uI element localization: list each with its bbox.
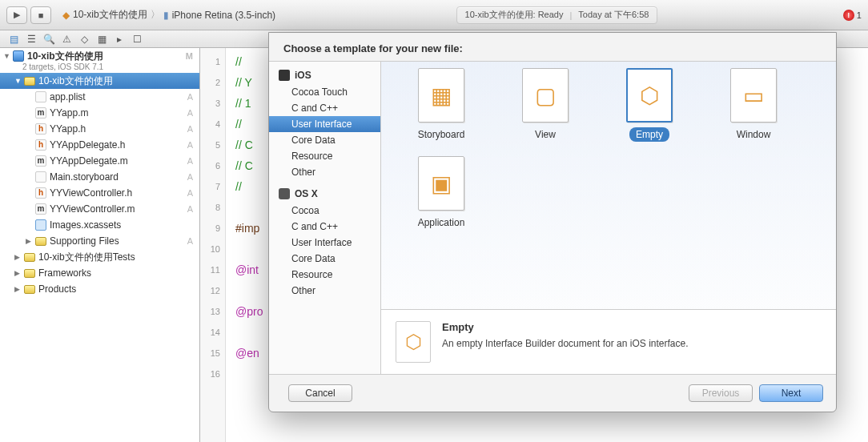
folder-icon xyxy=(24,253,35,262)
scm-status: A xyxy=(187,124,193,134)
scheme-name: 10-xib文件的使用 xyxy=(73,8,147,22)
cancel-button[interactable]: Cancel xyxy=(288,384,352,402)
template-item[interactable]: ⬡Empty xyxy=(597,65,701,153)
file-name: Main.storyboard xyxy=(50,171,119,183)
project-navigator-icon[interactable]: ▤ xyxy=(5,34,22,45)
file-icon xyxy=(35,91,46,102)
file-row[interactable]: mYYapp.mA xyxy=(0,105,199,121)
project-navigator: ▼ 10-xib文件的使用 M 2 targets, iOS SDK 7.1 ▼… xyxy=(0,48,200,442)
run-button[interactable]: ▶ xyxy=(6,6,27,24)
file-row[interactable]: hYYViewController.hA xyxy=(0,185,199,201)
folder-icon xyxy=(35,237,46,246)
group-row[interactable]: ▼ 10-xib文件的使用 xyxy=(0,73,199,89)
category-item[interactable]: Other xyxy=(269,164,380,180)
scm-status: A xyxy=(187,140,193,150)
scm-status: A xyxy=(187,188,193,198)
debug-navigator-icon[interactable]: ▦ xyxy=(93,34,111,45)
folder-icon xyxy=(24,285,35,294)
template-item[interactable]: ▢View xyxy=(493,65,597,153)
group-row[interactable]: ▶Products xyxy=(0,281,199,297)
xcode-project-icon xyxy=(13,50,24,62)
main-toolbar: ▶ ■ ◆ 10-xib文件的使用 〉 ▮ iPhone Retina (3.5… xyxy=(0,0,868,30)
group-name: Supporting Files xyxy=(50,235,119,247)
template-label: Storyboard xyxy=(412,127,472,142)
report-navigator-icon[interactable]: ☐ xyxy=(128,34,146,45)
category-item[interactable]: User Interface xyxy=(269,116,380,132)
scm-status: A xyxy=(187,236,193,246)
symbol-navigator-icon[interactable]: ☰ xyxy=(22,34,40,45)
app-icon: ◆ xyxy=(62,10,70,21)
template-grid: ▦Storyboard▢View⬡Empty▭Window▣Applicatio… xyxy=(381,62,836,310)
disclosure-triangle-icon[interactable]: ▶ xyxy=(26,237,35,245)
disclosure-triangle-icon[interactable]: ▶ xyxy=(14,285,24,293)
template-label: Empty xyxy=(629,127,669,142)
file-row[interactable]: app.plistA xyxy=(0,89,199,105)
disclosure-triangle-icon[interactable]: ▶ xyxy=(14,253,24,261)
issue-indicator[interactable]: ! 1 xyxy=(843,10,862,21)
disclosure-triangle-icon[interactable]: ▼ xyxy=(3,52,13,60)
previous-button[interactable]: Previous xyxy=(689,384,753,402)
file-icon: h xyxy=(35,123,46,135)
template-item[interactable]: ▣Application xyxy=(389,153,493,241)
disclosure-triangle-icon[interactable]: ▼ xyxy=(14,77,24,85)
group-row[interactable]: ▶10-xib文件的使用Tests xyxy=(0,249,199,265)
category-item[interactable]: Resource xyxy=(269,267,380,283)
project-root[interactable]: ▼ 10-xib文件的使用 M xyxy=(0,48,199,64)
osx-icon xyxy=(279,188,290,199)
file-name: YYViewController.h xyxy=(50,187,132,199)
breakpoint-navigator-icon[interactable]: ▸ xyxy=(111,34,128,45)
file-row[interactable]: hYYAppDelegate.hA xyxy=(0,137,199,153)
stop-button[interactable]: ■ xyxy=(30,6,51,24)
find-navigator-icon[interactable]: 🔍 xyxy=(40,34,58,45)
file-name: YYViewController.m xyxy=(50,203,135,215)
project-name: 10-xib文件的使用 xyxy=(27,50,103,63)
file-icon xyxy=(35,171,46,183)
template-item[interactable]: ▭Window xyxy=(701,65,806,153)
file-row[interactable]: Main.storyboardA xyxy=(0,169,199,185)
group-row[interactable]: ▶Frameworks xyxy=(0,265,199,281)
category-item[interactable]: Cocoa Touch xyxy=(269,84,380,100)
file-icon xyxy=(35,219,46,231)
next-button[interactable]: Next xyxy=(759,384,823,402)
device-name: iPhone Retina (3.5-inch) xyxy=(172,10,275,21)
test-navigator-icon[interactable]: ◇ xyxy=(75,34,93,45)
template-label: View xyxy=(528,127,562,142)
scm-status: M xyxy=(186,51,193,61)
scm-status: A xyxy=(187,204,193,214)
osx-section-header: OS X xyxy=(269,185,380,203)
file-name: YYapp.h xyxy=(50,123,86,135)
status-right: Today at 下午6:58 xyxy=(578,9,649,21)
group-row[interactable]: ▶Supporting FilesA xyxy=(0,233,199,249)
disclosure-triangle-icon[interactable]: ▶ xyxy=(14,269,24,277)
ios-icon xyxy=(279,70,290,81)
file-icon: m xyxy=(35,107,46,119)
file-name: Images.xcassets xyxy=(50,219,121,231)
category-item[interactable]: Resource xyxy=(269,148,380,164)
code-area[interactable]: //// Y// 1//// C// C// #imp @int @pro @e… xyxy=(226,48,263,442)
sheet-footer: Cancel Previous Next xyxy=(269,375,836,412)
category-item[interactable]: C and C++ xyxy=(269,219,380,235)
file-row[interactable]: Images.xcassets xyxy=(0,217,199,233)
template-item[interactable]: ▦Storyboard xyxy=(389,65,493,153)
category-item[interactable]: Core Data xyxy=(269,132,380,148)
template-desc-icon: ⬡ xyxy=(396,321,431,363)
category-item[interactable]: Other xyxy=(269,283,380,299)
issue-navigator-icon[interactable]: ⚠ xyxy=(58,34,75,45)
category-item[interactable]: C and C++ xyxy=(269,100,380,116)
file-row[interactable]: mYYViewController.mA xyxy=(0,201,199,217)
file-row[interactable]: hYYapp.hA xyxy=(0,121,199,137)
category-item[interactable]: Core Data xyxy=(269,251,380,267)
category-item[interactable]: User Interface xyxy=(269,235,380,251)
file-name: app.plist xyxy=(50,91,86,102)
scm-status: A xyxy=(187,92,193,102)
ios-section-header: iOS xyxy=(269,66,380,84)
line-gutter: 12345678910111213141516 xyxy=(200,48,226,442)
scheme-selector[interactable]: ◆ 10-xib文件的使用 〉 ▮ iPhone Retina (3.5-inc… xyxy=(61,8,277,22)
file-row[interactable]: mYYAppDelegate.mA xyxy=(0,153,199,169)
template-icon: ⬡ xyxy=(626,68,673,123)
file-name: YYAppDelegate.h xyxy=(50,139,126,151)
template-icon: ▢ xyxy=(522,68,569,123)
template-label: Window xyxy=(730,127,778,142)
file-icon: h xyxy=(35,139,46,151)
category-item[interactable]: Cocoa xyxy=(269,203,380,219)
